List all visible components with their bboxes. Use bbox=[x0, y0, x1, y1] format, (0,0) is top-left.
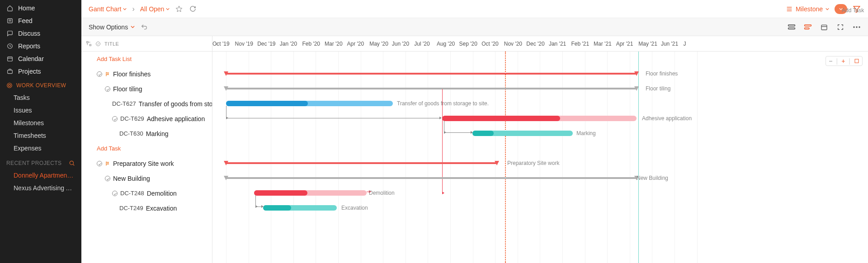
month-label: J bbox=[683, 41, 706, 47]
svg-point-27 bbox=[96, 42, 100, 46]
task-progress bbox=[226, 101, 308, 106]
month-label: Sep '20 bbox=[459, 41, 482, 47]
bar-label: Adhesive application bbox=[642, 115, 692, 122]
collapse-icon[interactable] bbox=[112, 191, 118, 196]
nav-projects[interactable]: Projects bbox=[0, 65, 81, 78]
hierarchy-icon[interactable] bbox=[86, 41, 92, 47]
top-bar: Gantt Chart › All Open Milestone Add Tas… bbox=[81, 0, 868, 18]
collapse-icon[interactable] bbox=[105, 176, 110, 181]
content-area: TITLE Add Task List Floor finishes Floor… bbox=[81, 36, 868, 263]
baseline-icon[interactable] bbox=[788, 23, 796, 31]
task-list-header: TITLE bbox=[81, 36, 212, 52]
task-row[interactable]: DC-T627Transfer of goods from storage to… bbox=[81, 96, 212, 111]
month-label: May '21 bbox=[638, 41, 661, 47]
milestone-button[interactable]: Milestone bbox=[786, 5, 829, 13]
svg-point-22 bbox=[853, 26, 854, 28]
bar-label: New Building bbox=[637, 175, 668, 181]
recent-project-item[interactable]: Donnelly Apartments C bbox=[0, 169, 81, 182]
sidebar-issues[interactable]: Issues bbox=[0, 104, 81, 117]
svg-point-9 bbox=[70, 161, 73, 164]
zoom-in[interactable]: + bbox=[841, 57, 845, 65]
bar-label: Floor tiling bbox=[646, 85, 670, 92]
add-task-button[interactable]: Add Task bbox=[835, 4, 847, 14]
nav-discuss[interactable]: Discuss bbox=[0, 27, 81, 40]
collapse-icon[interactable] bbox=[112, 116, 118, 122]
nav-label: Calendar bbox=[18, 55, 44, 62]
show-options-toggle[interactable]: Show Options bbox=[89, 23, 135, 31]
month-label: Jun '20 bbox=[392, 41, 415, 47]
month-label: Feb '20 bbox=[302, 41, 325, 47]
sidebar-tasks[interactable]: Tasks bbox=[0, 91, 81, 104]
summary-bar[interactable] bbox=[226, 73, 637, 75]
month-label: Dec '19 bbox=[257, 41, 280, 47]
svg-point-24 bbox=[859, 26, 860, 28]
calendar-icon bbox=[6, 55, 14, 62]
collapse-icon[interactable] bbox=[105, 86, 110, 92]
collapse-icon[interactable] bbox=[97, 71, 102, 77]
nav-home[interactable]: Home bbox=[0, 2, 81, 14]
nav-feed[interactable]: Feed bbox=[0, 14, 81, 27]
month-label: Jun '21 bbox=[661, 41, 684, 47]
bar-label: Demolition bbox=[369, 190, 395, 196]
svg-rect-17 bbox=[788, 28, 795, 29]
gantt-chart[interactable]: « Oct '19Nov '19Dec '19Jan '20Feb '20Mar… bbox=[212, 36, 868, 263]
month-label: Aug '20 bbox=[437, 41, 459, 47]
target-icon bbox=[6, 82, 13, 89]
gantt-row: Floor finishes bbox=[212, 66, 868, 81]
month-label: Jan '20 bbox=[280, 41, 302, 47]
nav-label: Feed bbox=[18, 17, 33, 24]
expand-icon[interactable] bbox=[95, 41, 101, 47]
column-title: TITLE bbox=[104, 41, 119, 47]
refresh-icon[interactable] bbox=[189, 5, 197, 13]
search-icon[interactable] bbox=[69, 160, 75, 166]
chevron-down-icon bbox=[826, 7, 829, 11]
summary-bar[interactable] bbox=[226, 88, 637, 89]
bar-label: Preparatory Site work bbox=[507, 160, 559, 166]
phase-icon bbox=[105, 161, 110, 166]
summary-bar[interactable] bbox=[226, 162, 497, 164]
svg-rect-28 bbox=[855, 59, 859, 63]
sidebar-timesheets[interactable]: Timesheets bbox=[0, 129, 81, 142]
month-label: Jan '21 bbox=[549, 41, 571, 47]
month-label: Oct '20 bbox=[481, 41, 504, 47]
recent-project-item[interactable]: Nexus Advertising Agen bbox=[0, 182, 81, 194]
scroll-left-icon[interactable]: « bbox=[215, 41, 218, 47]
sidebar-expenses[interactable]: Expenses bbox=[0, 142, 81, 155]
month-label: Apr '20 bbox=[347, 41, 370, 47]
task-subgroup-row[interactable]: Floor tiling bbox=[81, 81, 212, 96]
bar-label: Floor finishes bbox=[646, 70, 678, 77]
nav-label: Home bbox=[18, 5, 35, 12]
view-selector[interactable]: Gantt Chart bbox=[89, 5, 127, 13]
date-picker-icon[interactable] bbox=[820, 23, 828, 31]
task-row[interactable]: DC-T629Adhesive application bbox=[81, 111, 212, 126]
star-icon[interactable] bbox=[175, 5, 183, 13]
task-group-row[interactable]: Preparatory Site work bbox=[81, 156, 212, 171]
svg-rect-4 bbox=[8, 57, 13, 61]
task-row[interactable]: DC-T630Marking bbox=[81, 126, 212, 141]
more-icon[interactable] bbox=[853, 23, 861, 31]
task-progress bbox=[472, 131, 494, 136]
task-row[interactable]: DC-T249Excavation bbox=[81, 201, 212, 216]
nav-reports[interactable]: Reports bbox=[0, 40, 81, 52]
task-row[interactable]: DC-T248Demolition bbox=[81, 186, 212, 201]
month-label: Mar '21 bbox=[594, 41, 616, 47]
add-task-link[interactable]: Add Task bbox=[81, 141, 212, 156]
nav-calendar[interactable]: Calendar bbox=[0, 52, 81, 65]
task-group-row[interactable]: Floor finishes bbox=[81, 66, 212, 81]
summary-bar[interactable] bbox=[226, 177, 637, 179]
work-overview-header[interactable]: WORK OVERVIEW bbox=[0, 78, 81, 91]
sidebar-milestones[interactable]: Milestones bbox=[0, 117, 81, 129]
zoom-control: − | + | bbox=[826, 56, 863, 66]
discuss-icon bbox=[6, 30, 14, 37]
add-task-list-link[interactable]: Add Task List bbox=[81, 52, 212, 66]
svg-rect-6 bbox=[8, 70, 13, 74]
undo-icon[interactable] bbox=[140, 23, 148, 31]
filter-selector[interactable]: All Open bbox=[140, 5, 170, 13]
task-subgroup-row[interactable]: New Building bbox=[81, 171, 212, 186]
fullscreen-icon[interactable] bbox=[836, 23, 844, 31]
zoom-fit[interactable] bbox=[854, 58, 859, 64]
collapse-icon[interactable] bbox=[97, 161, 102, 166]
critical-path-icon[interactable] bbox=[804, 23, 812, 31]
bar-label: Excavation bbox=[341, 205, 368, 211]
zoom-out[interactable]: − bbox=[829, 57, 832, 65]
